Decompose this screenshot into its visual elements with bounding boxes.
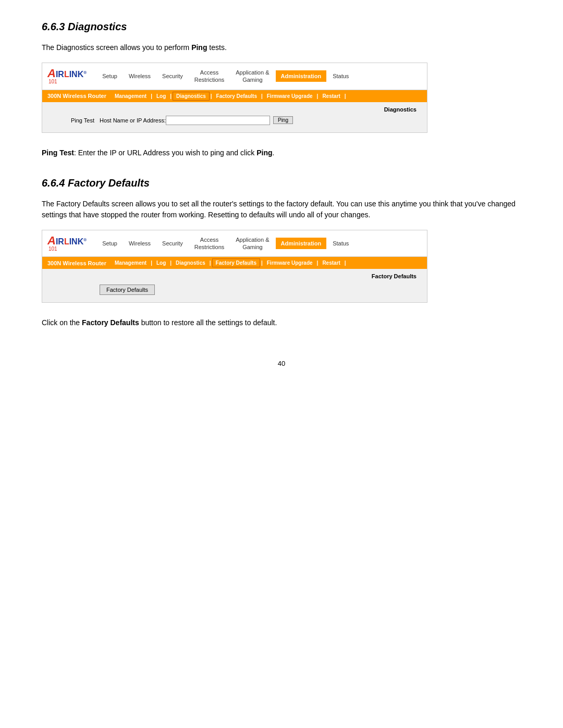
subnav-factory-1[interactable]: Factory Defaults xyxy=(213,92,260,100)
logo-irlink-2: IRLINK® xyxy=(56,238,87,246)
router-ui-factory: A IRLINK® 101 Setup Wireless Security Ac… xyxy=(42,230,427,303)
airlink-logo-2: A IRLINK® 101 xyxy=(47,235,87,252)
section-title-factory: 6.6.4 Factory Defaults xyxy=(42,177,521,189)
nav-wireless-1[interactable]: Wireless xyxy=(124,70,156,82)
form-row-factory: Factory Defaults xyxy=(47,282,422,295)
router-content-factory: Factory Defaults Factory Defaults xyxy=(42,269,427,302)
router-header-1: A IRLINK® 101 Setup Wireless Security Ac… xyxy=(42,63,427,90)
airlink-logo-1: A IRLINK® 101 xyxy=(47,68,87,84)
nav-application-1[interactable]: Application & Gaming xyxy=(230,66,274,87)
subnav-firmware-1[interactable]: Firmware Upgrade xyxy=(264,92,316,100)
nav-administration-2[interactable]: Administration xyxy=(276,238,327,249)
nav-setup-2[interactable]: Setup xyxy=(97,238,123,249)
nav-security-1[interactable]: Security xyxy=(157,70,188,82)
subnav-diagnostics-2[interactable]: Diagnostics xyxy=(173,259,209,267)
subnav-factory-2[interactable]: Factory Defaults xyxy=(212,258,260,267)
nav-wireless-2[interactable]: Wireless xyxy=(124,238,156,249)
logo-irlink-1: IRLINK® xyxy=(56,70,87,79)
router-ui-diagnostics: A IRLINK® 101 Setup Wireless Security Ac… xyxy=(42,63,427,133)
nav-tabs-1: Setup Wireless Security Access Restricti… xyxy=(97,66,422,87)
subnav-firmware-2[interactable]: Firmware Upgrade xyxy=(264,259,316,267)
content-title-factory: Factory Defaults xyxy=(47,273,422,279)
nav-access-1[interactable]: Access Restrictions xyxy=(189,66,229,87)
subnav-restart-2[interactable]: Restart xyxy=(319,259,343,267)
logo-101-1: 101 xyxy=(48,79,87,84)
ping-button[interactable]: Ping xyxy=(273,116,293,124)
nav-administration-1[interactable]: Administration xyxy=(276,70,327,82)
form-row-ping: Ping Test Host Name or IP Address: Ping xyxy=(47,116,422,125)
subnav-log-2[interactable]: Log xyxy=(153,259,169,267)
router-name-2: 300N Wireless Router xyxy=(47,260,106,266)
orange-bar-1: 300N Wireless Router Management | Log | … xyxy=(42,90,427,102)
section-title-diagnostics: 6.6.3 Diagnostics xyxy=(42,21,521,33)
nav-status-1[interactable]: Status xyxy=(327,70,354,82)
nav-application-2[interactable]: Application & Gaming xyxy=(230,233,274,254)
subnav-restart-1[interactable]: Restart xyxy=(319,92,343,100)
nav-tabs-2: Setup Wireless Security Access Restricti… xyxy=(97,233,422,254)
sub-nav-1: Management | Log | Diagnostics | Factory… xyxy=(112,92,346,101)
router-logo-2: A IRLINK® 101 xyxy=(47,235,87,252)
description-diagnostics: The Diagnostics screen allows you to per… xyxy=(42,42,521,53)
description-factory: The Factory Defaults screen allows you t… xyxy=(42,199,521,220)
logo-a-1: A xyxy=(47,68,56,79)
subnav-management-2[interactable]: Management xyxy=(112,259,150,267)
router-content-diagnostics: Diagnostics Ping Test Host Name or IP Ad… xyxy=(42,102,427,132)
orange-bar-2: 300N Wireless Router Management | Log | … xyxy=(42,257,427,269)
sub-nav-2: Management | Log | Diagnostics | Factory… xyxy=(112,258,346,267)
logo-a-2: A xyxy=(47,235,56,246)
ping-test-label: Ping Test xyxy=(47,117,100,124)
subnav-management-1[interactable]: Management xyxy=(112,92,150,100)
logo-101-2: 101 xyxy=(48,246,87,252)
subnav-diagnostics-1[interactable]: Diagnostics xyxy=(173,92,210,101)
nav-access-2[interactable]: Access Restrictions xyxy=(189,233,229,254)
page-number: 40 xyxy=(42,360,521,367)
description-factory-click: Click on the Factory Defaults button to … xyxy=(42,317,521,328)
router-name-1: 300N Wireless Router xyxy=(47,93,106,99)
description-ping-test: Ping Test: Enter the IP or URL Address y… xyxy=(42,147,521,158)
subnav-log-1[interactable]: Log xyxy=(153,92,169,100)
router-logo-1: A IRLINK® 101 xyxy=(47,68,87,84)
factory-defaults-button[interactable]: Factory Defaults xyxy=(100,285,155,295)
nav-setup-1[interactable]: Setup xyxy=(97,70,123,82)
nav-security-2[interactable]: Security xyxy=(157,238,188,249)
nav-status-2[interactable]: Status xyxy=(327,238,354,249)
router-header-2: A IRLINK® 101 Setup Wireless Security Ac… xyxy=(42,230,427,257)
host-input[interactable] xyxy=(166,116,270,125)
host-label: Host Name or IP Address: xyxy=(100,117,166,124)
content-title-diagnostics: Diagnostics xyxy=(47,106,422,113)
